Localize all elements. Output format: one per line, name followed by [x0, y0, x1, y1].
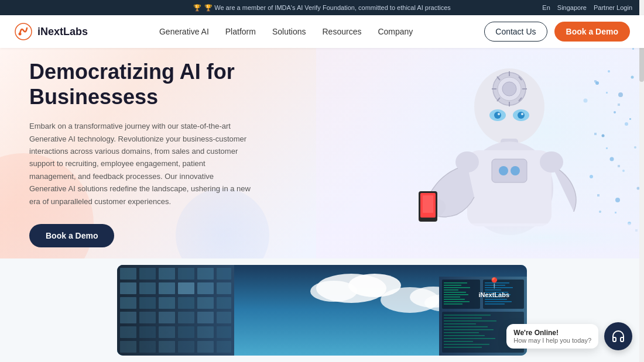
svg-rect-141 [444, 347, 482, 348]
logo[interactable]: iNextLabs [14, 22, 88, 41]
nav-link-platform[interactable]: Platform [225, 27, 256, 36]
svg-rect-101 [139, 341, 156, 353]
svg-point-59 [455, 151, 479, 173]
nav-item-platform[interactable]: Platform [225, 26, 256, 37]
svg-rect-79 [178, 282, 194, 294]
svg-rect-102 [159, 341, 175, 353]
svg-rect-22 [618, 104, 620, 106]
svg-rect-80 [197, 282, 214, 294]
nav-link-generative-ai[interactable]: Generative AI [159, 27, 209, 36]
svg-rect-78 [159, 282, 175, 294]
svg-point-48 [521, 113, 523, 115]
banner-region[interactable]: Singapore [557, 4, 587, 11]
banner-text-content: 🏆 We are a member of IMDA's AI Verify Fo… [204, 4, 451, 12]
svg-rect-72 [159, 268, 175, 280]
nav-link-resources[interactable]: Resources [323, 27, 362, 36]
nav-item-resources[interactable]: Resources [323, 26, 362, 37]
svg-rect-27 [632, 48, 634, 50]
svg-rect-20 [594, 80, 597, 82]
top-banner: 🏆 🏆 We are a member of IMDA's AI Verify … [0, 0, 644, 15]
svg-rect-91 [178, 312, 194, 323]
svg-point-14 [590, 175, 593, 178]
svg-rect-95 [139, 326, 156, 338]
svg-rect-92 [197, 312, 214, 323]
svg-rect-29 [615, 212, 616, 213]
svg-rect-100 [120, 341, 136, 353]
watermark-label: iNextLabs [478, 291, 509, 298]
headset-icon [611, 329, 625, 343]
svg-point-60 [540, 151, 563, 173]
svg-rect-126 [485, 299, 507, 300]
building-svg [117, 265, 527, 356]
svg-rect-134 [444, 326, 488, 327]
svg-rect-25 [606, 147, 608, 149]
svg-rect-128 [485, 304, 505, 305]
logo-text: iNextLabs [37, 26, 88, 38]
svg-rect-71 [139, 268, 156, 280]
svg-rect-103 [178, 341, 194, 353]
scrollbar-track[interactable] [639, 0, 644, 362]
svg-point-9 [625, 122, 628, 126]
svg-rect-82 [120, 297, 136, 309]
svg-point-45 [494, 112, 501, 119]
svg-rect-70 [120, 268, 136, 280]
nav-links: Generative AI Platform Solutions Resourc… [159, 26, 413, 37]
svg-rect-90 [159, 312, 175, 323]
hero-description: Embark on a transformative journey with … [29, 120, 252, 208]
svg-rect-108 [444, 282, 467, 284]
nav-item-company[interactable]: Company [378, 26, 413, 37]
chat-bubble: We're Online! How may I help you today? [506, 324, 598, 349]
nav-item-generative-ai[interactable]: Generative AI [159, 26, 209, 37]
svg-rect-98 [197, 326, 214, 338]
building-visual: 📍 iNextLabs [117, 265, 527, 356]
svg-rect-81 [217, 282, 231, 294]
svg-point-8 [614, 111, 616, 113]
nav-link-solutions[interactable]: Solutions [272, 27, 306, 36]
robot-svg [316, 48, 644, 258]
nav-item-solutions[interactable]: Solutions [272, 26, 306, 37]
book-demo-button-nav[interactable]: Book a Demo [554, 22, 630, 42]
book-demo-button-hero[interactable]: Book a Demo [29, 224, 114, 247]
hero-robot-image [316, 48, 644, 258]
svg-rect-94 [120, 326, 136, 338]
svg-rect-28 [597, 194, 600, 196]
svg-rect-105 [217, 341, 231, 353]
svg-point-4 [608, 70, 610, 73]
svg-rect-131 [444, 318, 482, 319]
buildings-card: 📍 iNextLabs [117, 265, 527, 356]
svg-point-53 [499, 166, 508, 175]
banner-partner-login[interactable]: Partner Login [594, 4, 632, 11]
svg-rect-132 [444, 320, 496, 322]
svg-rect-83 [139, 297, 156, 309]
svg-point-54 [511, 166, 520, 175]
svg-point-34 [502, 82, 516, 96]
svg-rect-89 [139, 312, 156, 323]
svg-rect-61 [316, 223, 644, 258]
banner-right-links: En Singapore Partner Login [542, 4, 632, 11]
svg-rect-133 [444, 323, 476, 325]
svg-rect-84 [159, 297, 175, 309]
svg-point-1 [19, 33, 22, 36]
svg-point-11 [634, 146, 636, 149]
svg-rect-21 [606, 92, 608, 94]
svg-rect-24 [594, 133, 597, 135]
svg-point-65 [310, 281, 357, 302]
contact-us-button[interactable]: Contact Us [484, 22, 547, 42]
svg-rect-130 [444, 315, 491, 316]
svg-rect-87 [217, 297, 231, 309]
hero-title: Democratizing AI for Businessess [29, 59, 252, 109]
svg-rect-111 [444, 289, 458, 291]
svg-rect-116 [444, 301, 470, 302]
svg-rect-136 [444, 332, 479, 333]
svg-rect-74 [197, 268, 214, 280]
watermark-pin-icon: 📍 [488, 277, 501, 289]
svg-rect-77 [139, 282, 156, 294]
svg-point-12 [610, 157, 614, 161]
svg-rect-117 [444, 304, 463, 305]
hero-content: Democratizing AI for Businessess Embark … [0, 48, 281, 258]
banner-lang[interactable]: En [542, 4, 550, 11]
logo-icon [14, 22, 33, 41]
nav-link-company[interactable]: Company [378, 27, 413, 36]
chat-button[interactable] [604, 322, 632, 350]
svg-rect-88 [120, 312, 136, 323]
